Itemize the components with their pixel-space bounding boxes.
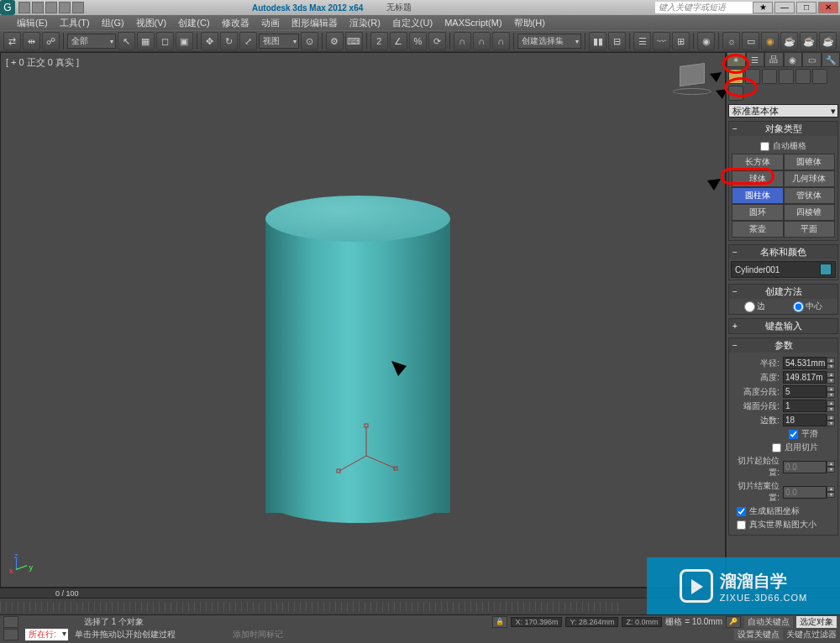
qat-icon[interactable] [18,2,30,13]
schematic-icon[interactable]: ⊞ [672,32,690,50]
curve-editor-icon[interactable]: 〰 [653,32,670,50]
align-icon[interactable]: ⊟ [608,32,626,50]
render-frame-icon[interactable]: ▭ [742,32,759,50]
menu-maxscript[interactable]: MAXScript(M) [444,18,501,28]
lights-icon[interactable] [762,69,777,84]
add-time-tag[interactable]: 添加时间标记 [233,629,283,640]
magnet2-icon[interactable]: ∩ [473,32,491,50]
sel-set-combo[interactable]: 选定对象 [796,616,837,628]
link-icon[interactable]: ⇄ [3,32,21,50]
parameters-header[interactable]: −参数 [729,338,837,353]
name-color-header[interactable]: −名称和颜色 [729,245,837,259]
tab-hierarchy[interactable]: 品 [764,52,784,67]
auto-grid-checkbox[interactable]: 自动栅格 [732,140,835,152]
tab-display[interactable]: ▭ [802,52,822,67]
scale-icon[interactable]: ⤢ [239,32,257,50]
snap-angle-icon[interactable]: ∠ [390,32,407,50]
menu-rendering[interactable]: 渲染(R) [349,17,381,29]
radius-input[interactable]: 54.531mm [783,357,827,369]
cameras-icon[interactable] [779,69,794,84]
snap-percent-icon[interactable]: % [409,32,427,50]
layers-icon[interactable]: ☰ [633,32,651,50]
unlink-icon[interactable]: ⇹ [23,32,40,50]
x-coord[interactable]: X: 170.396m [511,617,562,627]
z-coord[interactable]: Z: 0.0mm [622,617,662,627]
minimize-button[interactable]: — [774,2,795,13]
gen-uv-checkbox[interactable] [737,507,746,516]
keyboard-icon[interactable]: ⌨ [345,32,363,50]
obj-geosphere[interactable]: 几何球体 [784,170,836,187]
smooth-checkbox[interactable] [789,430,798,439]
viewport-container[interactable]: [ + 0 正交 0 真实 ] zyx [0,52,726,588]
tab-motion[interactable]: ◉ [784,52,803,67]
maximize-button[interactable]: □ [796,2,816,13]
obj-cone[interactable]: 圆锥体 [784,154,836,170]
select-rect-icon[interactable]: ◻ [156,32,174,50]
bind-icon[interactable]: ☍ [42,32,60,50]
select-icon[interactable]: ↖ [118,32,135,50]
material-icon[interactable]: ◉ [697,32,715,50]
help-search[interactable]: 键入关键字或短语 [655,2,756,13]
obj-pyramid[interactable]: 四棱锥 [784,204,836,221]
spacewarps-icon[interactable] [812,69,827,84]
object-type-header[interactable]: −对象类型 [729,122,837,136]
lock-icon[interactable]: 🔒 [492,616,507,628]
creation-method-header[interactable]: −创建方法 [729,285,837,299]
render-icon[interactable]: ◉ [761,32,779,50]
cap-segs-input[interactable]: 1 [783,400,827,412]
manipulate-icon[interactable]: ⚙ [326,32,344,50]
selection-filter[interactable]: 全部 [67,34,116,49]
menu-modifiers[interactable]: 修改器 [222,17,249,29]
set-key-button[interactable]: 设置关键点 [734,629,783,640]
key-icon[interactable]: 🔑 [726,616,741,628]
teapot3-icon[interactable]: ☕ [819,32,837,50]
color-swatch[interactable] [820,264,832,275]
key-filters[interactable]: 关键点过滤器 [786,629,837,640]
mirror-icon[interactable]: ▮▮ [589,32,606,50]
spinner-snap-icon[interactable]: ⟳ [428,32,446,50]
macro-icon[interactable] [3,629,18,640]
rotate-icon[interactable]: ↻ [220,32,238,50]
window-crossing-icon[interactable]: ▣ [176,32,193,50]
obj-tube[interactable]: 管状体 [784,187,836,204]
render-setup-icon[interactable]: ☼ [722,32,740,50]
magnet-icon[interactable]: ∩ [454,32,471,50]
menu-create[interactable]: 创建(C) [178,17,209,29]
snap-2d-icon[interactable]: 2 [370,32,388,50]
current-row-dropdown[interactable]: 所在行: [25,629,68,640]
ref-coord-system[interactable]: 视图 [259,34,299,49]
helpers-icon[interactable] [795,69,811,84]
real-world-checkbox[interactable] [737,520,746,530]
menu-group[interactable]: 组(G) [102,17,124,29]
menu-graph-editors[interactable]: 图形编辑器 [291,17,338,29]
menu-view[interactable]: 视图(V) [136,17,167,29]
qat-icon[interactable] [32,2,44,13]
qat-icon[interactable] [45,2,57,13]
obj-cylinder[interactable]: 圆柱体 [732,187,784,204]
menu-edit[interactable]: 编辑(E) [17,17,48,29]
height-segs-input[interactable]: 5 [783,385,827,398]
menu-tools[interactable]: 工具(T) [60,17,90,29]
magnet3-icon[interactable]: ∩ [492,32,510,50]
pivot-icon[interactable]: ⊙ [301,32,318,50]
viewport-perspective[interactable]: zyx [1,53,725,587]
select-name-icon[interactable]: ▦ [137,32,155,50]
obj-teapot[interactable]: 茶壶 [732,221,784,238]
named-selection[interactable]: 创建选择集 [517,34,582,49]
qat-icon[interactable] [72,2,84,13]
obj-plane[interactable]: 平面 [784,221,836,238]
radio-edge[interactable]: 边 [744,301,765,312]
slice-on-checkbox[interactable] [772,443,781,452]
menu-animation[interactable]: 动画 [261,17,280,29]
qat-icon[interactable] [59,2,71,13]
auto-key-button[interactable]: 自动关键点 [744,616,793,628]
script-listener-icon[interactable] [3,616,18,628]
menu-customize[interactable]: 自定义(U) [392,17,433,29]
move-icon[interactable]: ✥ [201,32,218,50]
keyboard-entry-header[interactable]: +键盘输入 [729,319,837,333]
teapot-icon[interactable]: ☕ [780,32,798,50]
y-coord[interactable]: Y: 28.264mm [565,617,618,627]
infocenter-icon[interactable]: ★ [753,2,773,13]
viewport-label[interactable]: [ + 0 正交 0 真实 ] [6,56,79,69]
app-logo[interactable]: G [0,0,15,15]
